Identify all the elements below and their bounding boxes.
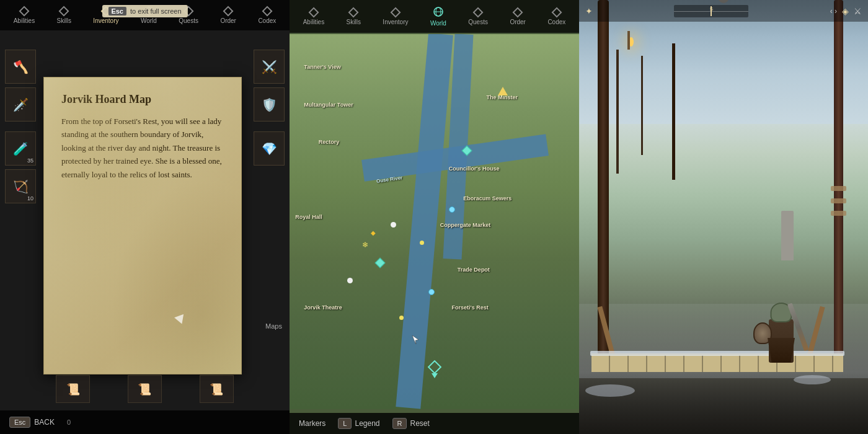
circle-marker-2	[428, 289, 435, 295]
nav-abilities-label: Abilities	[14, 17, 35, 24]
nav-inventory[interactable]: Inventory	[88, 5, 123, 25]
marker-6[interactable]	[347, 278, 353, 283]
map-quests-icon	[473, 7, 483, 17]
markers-button[interactable]: Markers	[299, 419, 326, 428]
rope-2	[831, 198, 846, 203]
legend-label: Legend	[355, 419, 379, 428]
circle-marker-1	[449, 206, 455, 213]
snowflake-icon: ❄	[362, 241, 368, 249]
right-item-slots: ⚔️ 🛡️ 💎	[254, 50, 285, 166]
map-inventory-icon	[391, 7, 401, 17]
item-slot-right-3[interactable]: 💎	[254, 131, 285, 166]
hud-right-icon: ◈	[842, 6, 849, 16]
map-skills-icon	[348, 7, 358, 17]
nav-order[interactable]: Order	[215, 5, 241, 25]
white-marker-2	[347, 278, 353, 283]
bottom-item-1[interactable]: 📜	[56, 375, 90, 403]
back-key: Esc	[9, 417, 30, 428]
character	[756, 288, 806, 363]
map-nav-inventory[interactable]: Inventory	[378, 6, 413, 27]
marker-minster-triangle[interactable]	[498, 87, 508, 95]
item-slot-right-1[interactable]: ⚔️	[254, 50, 285, 84]
hud-right: ‹ › ◈ ⚔	[830, 6, 862, 16]
item-slot-right-2[interactable]: 🛡️	[254, 87, 285, 122]
item-slot-left-4[interactable]: 🏹 10	[5, 169, 36, 203]
nav-codex-label: Codex	[258, 17, 276, 24]
nav-quests[interactable]: Quests	[174, 5, 203, 25]
map-background[interactable]: Multangular Tower Rectory Councillor's H…	[290, 34, 579, 409]
rope-3	[831, 211, 846, 216]
bottom-item-2[interactable]: 📜	[128, 375, 162, 403]
snow-patch-1	[585, 384, 635, 397]
bottom-item-row: 📜 📜 📜	[37, 375, 252, 403]
item-slot-left-2[interactable]: 🗡️	[5, 87, 36, 122]
bottom-item-3[interactable]: 📜	[200, 375, 234, 403]
item-slot-left-1[interactable]: 🪓	[5, 50, 36, 84]
map-nav-order-label: Order	[510, 19, 526, 25]
item-count-left-3: 35	[27, 157, 33, 164]
map-nav-skills[interactable]: Skills	[342, 6, 366, 27]
marker-2[interactable]	[449, 206, 455, 213]
map-nav-bar: Abilities Skills Inventory World	[290, 0, 579, 33]
map-label-trade: Trade Depot	[458, 267, 490, 273]
dot-marker-1	[420, 241, 424, 245]
item-count-bottom: 0	[67, 418, 71, 426]
item-icon-left-4: 🏹	[13, 179, 29, 194]
char-cloak	[768, 338, 795, 363]
marker-8[interactable]	[399, 316, 404, 320]
hoard-map-document: Jorvik Hoard Map From the top of Forseti…	[43, 77, 242, 374]
reset-key: R	[392, 418, 407, 429]
map-label-rectory: Rectory	[319, 139, 340, 145]
map-nav-codex[interactable]: Codex	[542, 6, 570, 27]
marker-treasure[interactable]: ◆	[371, 229, 376, 236]
map-nav-abilities[interactable]: Abilities	[298, 6, 329, 27]
bottom-item-icon-2: 📜	[138, 383, 151, 396]
triangle-icon	[498, 87, 508, 95]
map-center-icon	[430, 362, 440, 378]
nav-skills[interactable]: Skills	[52, 5, 76, 25]
center-diamond	[427, 360, 441, 374]
nav-abilities[interactable]: Abilities	[9, 5, 40, 25]
item-slot-left-3[interactable]: 🧪 35	[5, 131, 36, 166]
marker-3[interactable]	[420, 241, 424, 245]
item-count-left-4: 10	[27, 195, 33, 202]
map-nav-order[interactable]: Order	[505, 6, 531, 27]
marker-snowflake-cluster[interactable]: ❄	[362, 241, 368, 249]
map-abilities-icon	[309, 7, 319, 17]
bg-tree-2	[641, 56, 643, 155]
diamond-marker-2	[375, 258, 386, 268]
map-bottom-bar: Markers L Legend R Reset	[290, 413, 579, 434]
map-nav-quests[interactable]: Quests	[463, 6, 493, 27]
map-nav-world[interactable]: World	[425, 5, 451, 28]
marker-4[interactable]	[391, 222, 396, 228]
nav-world[interactable]: World	[136, 5, 162, 25]
map-nav-skills-label: Skills	[347, 19, 361, 25]
marker-7[interactable]	[428, 289, 435, 295]
section-label: Maps	[265, 322, 282, 330]
reset-label: Reset	[410, 419, 429, 428]
bg-tree-3	[672, 43, 675, 180]
markers-label: Markers	[299, 419, 326, 428]
map-label-sewers: Eboracum Sewers	[463, 195, 512, 202]
gameplay-hud-top: ✦ S ‹ › ◈ ⚔	[579, 0, 868, 22]
dot-marker-2	[399, 316, 404, 320]
document-body: From the top of Forseti's Rest, you will…	[61, 115, 224, 181]
map-label-royal-hall: Royal Hall	[295, 214, 322, 220]
snow-on-platform	[590, 351, 844, 356]
back-label: BACK	[34, 418, 55, 427]
reset-button[interactable]: R Reset	[392, 418, 430, 429]
marker-1[interactable]	[463, 147, 471, 154]
back-button[interactable]: Esc BACK	[9, 417, 55, 428]
nav-inventory-label: Inventory	[93, 17, 118, 24]
nav-codex[interactable]: Codex	[253, 5, 281, 25]
item-icon-right-2: 🛡️	[262, 97, 277, 112]
map-label-theatre: Jorvik Theatre	[304, 304, 342, 311]
inventory-nav-bar: Abilities Skills Inventory World Quests	[0, 0, 290, 30]
order-icon	[223, 6, 233, 16]
world-map-panel: Abilities Skills Inventory World	[290, 0, 579, 434]
marker-5[interactable]	[376, 259, 384, 267]
map-label-forseti: Forseti's Rest	[452, 304, 489, 311]
main-post-left	[598, 0, 609, 360]
inventory-icon	[101, 6, 111, 16]
legend-button[interactable]: L Legend	[338, 418, 379, 429]
